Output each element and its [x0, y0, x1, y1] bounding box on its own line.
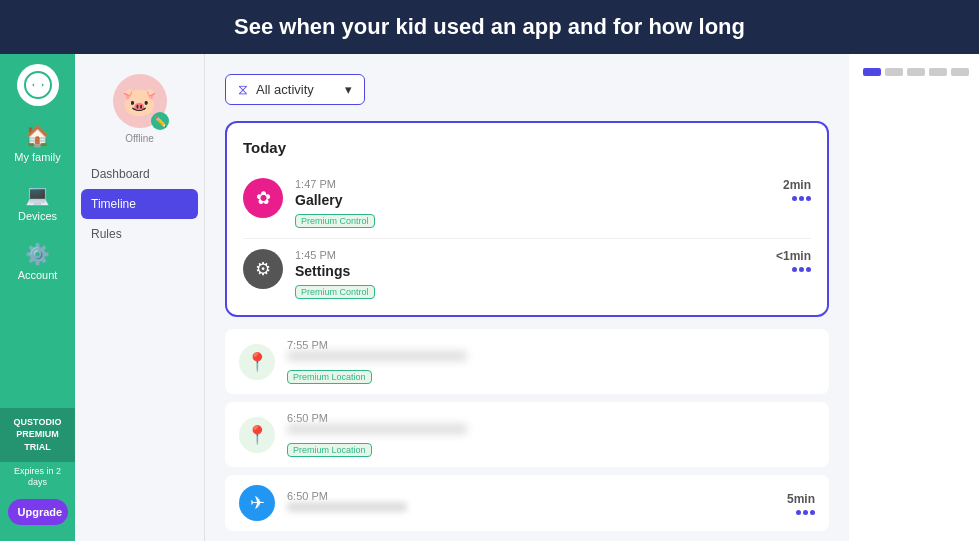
telegram-entry-content: 6:50 PM	[287, 490, 775, 517]
gallery-app-icon: ✿	[243, 178, 283, 218]
chevron-down-icon: ▾	[345, 82, 352, 97]
blurred-name-bar-2	[287, 424, 467, 434]
gallery-more-dots[interactable]	[792, 196, 811, 201]
sub-sidebar: 🐷 ✏️ Offline Dashboard Timeline Rules	[75, 54, 205, 541]
bar-seg-2	[907, 68, 925, 76]
blurred-entry-content: 7:55 PM Premium Location	[287, 339, 815, 384]
location-pin-icon: 📍	[239, 344, 275, 380]
location-pin-icon-2: 📍	[239, 417, 275, 453]
filter-row: ⧖ All activity ▾	[225, 74, 829, 105]
sidebar: 🏠 My family 💻 Devices ⚙️ Account QUSTODI…	[0, 54, 75, 541]
blurred-time-1: 7:55 PM	[287, 339, 815, 351]
right-bar-segments	[863, 68, 969, 76]
bar-seg-0	[863, 68, 881, 76]
avatar-edit-button[interactable]: ✏️	[151, 112, 169, 130]
settings-premium-badge: Premium Control	[295, 285, 375, 299]
settings-name: Settings	[295, 263, 764, 279]
avatar: 🐷 ✏️	[113, 74, 167, 128]
gallery-entry-content: 1:47 PM Gallery Premium Control	[295, 178, 771, 228]
bar-seg-3	[929, 68, 947, 76]
telegram-time: 6:50 PM	[287, 490, 775, 502]
telegram-duration: 5min	[787, 492, 815, 506]
sub-nav-timeline[interactable]: Timeline	[81, 189, 198, 219]
gallery-time: 1:47 PM	[295, 178, 771, 190]
blurred-entry-content-2: 6:50 PM Premium Location	[287, 412, 815, 457]
settings-duration: <1min	[776, 249, 811, 263]
bar-seg-4	[951, 68, 969, 76]
sidebar-item-devices[interactable]: 💻 Devices	[0, 173, 75, 232]
gallery-name: Gallery	[295, 192, 771, 208]
avatar-emoji: 🐷	[122, 85, 157, 118]
gallery-entry-right: 2min	[783, 178, 811, 201]
settings-entry-right: <1min	[776, 249, 811, 272]
list-item: 📍 7:55 PM Premium Location	[225, 329, 829, 394]
filter-label: All activity	[256, 82, 314, 97]
content-area: ⧖ All activity ▾ Today ✿ 1:47 PM Gallery…	[205, 54, 849, 541]
sidebar-item-label: Account	[18, 269, 58, 281]
blurred-name-bar-1	[287, 351, 467, 361]
sidebar-item-label: Devices	[18, 210, 57, 222]
telegram-app-icon: ✈	[239, 485, 275, 521]
expires-label: Expires in 2 days	[0, 462, 75, 493]
settings-entry-content: 1:45 PM Settings Premium Control	[295, 249, 764, 299]
sidebar-item-label: My family	[14, 151, 60, 163]
sidebar-logo	[17, 64, 59, 106]
telegram-entry-right: 5min	[787, 492, 815, 515]
sub-nav-dashboard[interactable]: Dashboard	[75, 159, 204, 189]
list-item: ✈ 6:50 PM 5min	[225, 475, 829, 531]
premium-label: QUSTODIOPREMIUMTRIAL	[0, 408, 75, 462]
table-row: ✿ 1:47 PM Gallery Premium Control 2min	[243, 168, 811, 239]
telegram-more-dots[interactable]	[796, 510, 815, 515]
offline-status: Offline	[125, 133, 154, 144]
gallery-premium-badge: Premium Control	[295, 214, 375, 228]
today-timeline-card: Today ✿ 1:47 PM Gallery Premium Control …	[225, 121, 829, 317]
sidebar-item-account[interactable]: ⚙️ Account	[0, 232, 75, 291]
card-date-label: Today	[243, 139, 811, 156]
telegram-name-bar	[287, 502, 407, 512]
svg-point-1	[34, 81, 42, 89]
premium-location-badge-2: Premium Location	[287, 443, 372, 457]
table-row: ⚙ 1:45 PM Settings Premium Control <1min	[243, 239, 811, 299]
avatar-section: 🐷 ✏️ Offline	[75, 64, 204, 159]
upgrade-button[interactable]: Upgrade	[8, 499, 68, 525]
premium-location-badge-1: Premium Location	[287, 370, 372, 384]
gallery-duration: 2min	[783, 178, 811, 192]
account-icon: ⚙️	[25, 242, 50, 266]
right-panel	[849, 54, 979, 541]
settings-more-dots[interactable]	[792, 267, 811, 272]
activity-filter-dropdown[interactable]: ⧖ All activity ▾	[225, 74, 365, 105]
home-icon: 🏠	[25, 124, 50, 148]
top-banner: See when your kid used an app and for ho…	[0, 0, 979, 54]
devices-icon: 💻	[25, 183, 50, 207]
blurred-time-2: 6:50 PM	[287, 412, 815, 424]
list-item: 📍 6:50 PM Premium Location	[225, 402, 829, 467]
sub-nav-rules[interactable]: Rules	[75, 219, 204, 249]
filter-icon: ⧖	[238, 81, 248, 98]
bar-seg-1	[885, 68, 903, 76]
sidebar-item-my-family[interactable]: 🏠 My family	[0, 114, 75, 173]
settings-app-icon: ⚙	[243, 249, 283, 289]
settings-time: 1:45 PM	[295, 249, 764, 261]
main-layout: 🏠 My family 💻 Devices ⚙️ Account QUSTODI…	[0, 54, 979, 541]
